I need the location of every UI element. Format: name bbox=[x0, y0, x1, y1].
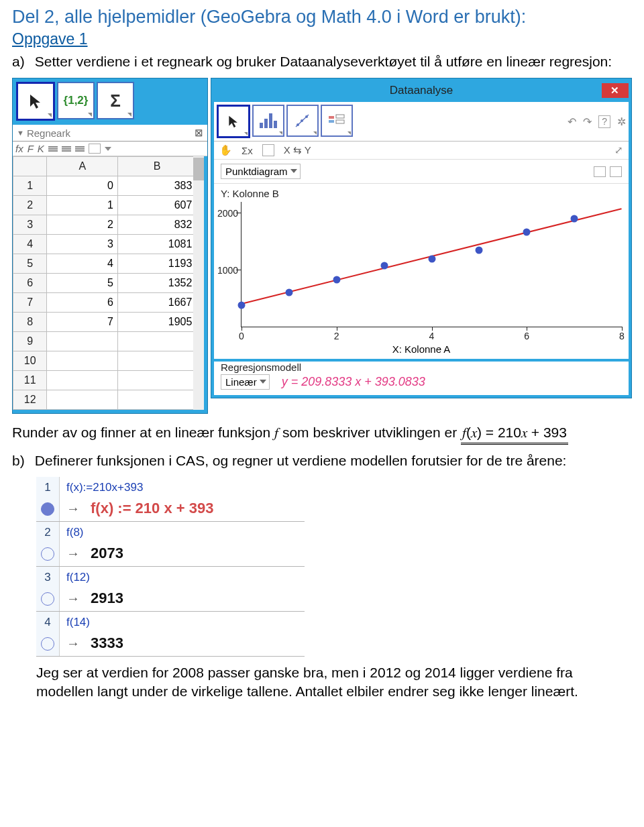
next-icon[interactable] bbox=[610, 166, 622, 177]
window-icons: ↶ ↷ ? ✲ bbox=[568, 115, 626, 128]
list-marker-b: b) bbox=[12, 451, 31, 470]
swap-xy-button[interactable]: X ⇆ Y bbox=[284, 144, 311, 156]
y-tick-label: 1000 bbox=[217, 265, 238, 276]
closing-text: Jeg ser at verdien for 2008 passer gansk… bbox=[12, 663, 632, 702]
cas-output: f(x) := 210 x + 393 bbox=[91, 500, 213, 517]
italic-button[interactable]: K bbox=[38, 143, 44, 154]
sigma-x-label: Σx bbox=[241, 145, 253, 156]
part-b-text: b) Definerer funksjonen i CAS, og regner… bbox=[12, 451, 632, 470]
table-row[interactable]: 541193 bbox=[13, 254, 197, 274]
regression-title: Regresjonsmodell bbox=[221, 362, 622, 373]
spreadsheet-title: Regneark bbox=[27, 127, 70, 139]
chart-type-dropdown[interactable]: Punktdiagram bbox=[221, 164, 301, 179]
data-analysis-panel: Dataanalyse ✕ bbox=[211, 78, 632, 398]
cas-row-number: 1 bbox=[36, 477, 60, 521]
x-tick-label: 0 bbox=[239, 331, 244, 341]
fx-label: fx bbox=[15, 143, 23, 154]
chart-area: Y: Kolonne B 2000100002468 X: Kolonne A bbox=[214, 184, 629, 359]
data-point bbox=[333, 276, 340, 284]
x-axis-label: X: Kolonne A bbox=[221, 343, 622, 355]
page-title: Del 2, alle hjelpemidler (GeoGebra og Ma… bbox=[12, 7, 632, 27]
oppgave-link[interactable]: Oppgave 1 bbox=[12, 30, 632, 48]
data-point bbox=[428, 256, 435, 263]
table-row[interactable]: 12 bbox=[13, 390, 197, 410]
regression-model-dropdown[interactable]: Lineær bbox=[221, 374, 270, 390]
cas-input[interactable]: f(x):=210x+393 bbox=[66, 481, 298, 494]
redo-icon[interactable]: ↷ bbox=[583, 115, 592, 128]
table-row[interactable]: 21607 bbox=[13, 196, 197, 215]
cas-row: 4 f(14) → 3333 bbox=[36, 612, 305, 657]
table-row[interactable]: 9 bbox=[13, 332, 197, 351]
help-icon[interactable]: ? bbox=[598, 115, 610, 128]
table-row[interactable]: 10 bbox=[13, 351, 197, 371]
dropdown-icon[interactable]: ▼ bbox=[17, 129, 24, 137]
mid-text-pre: Runder av og finner at en lineær funksjo… bbox=[12, 425, 461, 440]
table-row[interactable]: 32832 bbox=[13, 215, 197, 235]
table-row[interactable]: 11 bbox=[13, 371, 197, 390]
part-a-text: a) Setter verdiene i et regneark og bruk… bbox=[12, 52, 632, 71]
cas-row: 2 f(8) → 2073 bbox=[36, 522, 305, 567]
linear-equation: 𝑓(𝑥) = 210𝑥 + 393 bbox=[461, 423, 568, 444]
hand-icon[interactable]: ✋ bbox=[219, 144, 232, 156]
bar-chart-tool[interactable] bbox=[252, 105, 284, 137]
data-point bbox=[476, 247, 483, 254]
arrow-icon: → bbox=[66, 591, 80, 606]
regression-equation: y = 209.8333 x + 393.0833 bbox=[282, 375, 425, 389]
cas-visibility-dot[interactable] bbox=[41, 502, 54, 516]
toolbar: {1,2} Σ bbox=[16, 82, 204, 121]
expand-icon[interactable]: ⤢ bbox=[614, 144, 623, 156]
col-a-header[interactable]: A bbox=[47, 157, 118, 176]
table-row[interactable]: 651352 bbox=[13, 274, 197, 293]
align-center-icon[interactable] bbox=[62, 146, 71, 152]
x-tick-label: 4 bbox=[429, 331, 435, 341]
align-right-icon[interactable] bbox=[75, 146, 85, 152]
align-left-icon[interactable] bbox=[48, 146, 58, 152]
grid-icon[interactable] bbox=[262, 144, 274, 156]
scatter-chart: 2000100002468 bbox=[241, 202, 622, 327]
cas-visibility-dot[interactable] bbox=[41, 637, 54, 651]
data-point bbox=[238, 301, 246, 309]
close-button[interactable]: ✕ bbox=[602, 83, 629, 98]
cas-input[interactable]: f(8) bbox=[66, 526, 298, 539]
col-b-header[interactable]: B bbox=[118, 157, 197, 176]
svg-line-3 bbox=[296, 115, 309, 127]
table-row[interactable]: 761667 bbox=[13, 293, 197, 313]
more-dd-icon[interactable] bbox=[105, 147, 111, 151]
cas-output: 3333 bbox=[91, 635, 123, 652]
settings-icon[interactable]: ✲ bbox=[617, 115, 626, 128]
cas-input[interactable]: f(14) bbox=[66, 616, 298, 629]
cas-input[interactable]: f(12) bbox=[66, 571, 298, 584]
arrow-icon: → bbox=[66, 546, 80, 561]
scrollbar[interactable] bbox=[193, 156, 204, 410]
cas-visibility-dot[interactable] bbox=[41, 547, 54, 561]
spreadsheet-table[interactable]: AB 1038321607328324310815411936513527616… bbox=[13, 156, 197, 410]
data-point bbox=[380, 262, 388, 269]
scatter-tool[interactable] bbox=[286, 105, 319, 137]
sigma-icon: Σ bbox=[110, 91, 121, 111]
cursor-tool[interactable] bbox=[217, 105, 250, 138]
cas-output: 2913 bbox=[91, 590, 123, 607]
cas-visibility-dot[interactable] bbox=[41, 592, 54, 606]
close-icon[interactable]: ⊠ bbox=[195, 127, 203, 139]
arrow-icon: → bbox=[66, 636, 80, 651]
cas-output: 2073 bbox=[91, 545, 123, 562]
x-tick-label: 2 bbox=[334, 331, 339, 341]
move-tool-button[interactable] bbox=[16, 82, 55, 121]
bold-button[interactable]: F bbox=[28, 143, 34, 154]
list-tool-button[interactable]: {1,2} bbox=[57, 82, 95, 119]
data-point bbox=[523, 229, 531, 236]
x-tick-label: 8 bbox=[619, 331, 625, 341]
pager-icons bbox=[594, 166, 622, 177]
table-row[interactable]: 431081 bbox=[13, 235, 197, 254]
geogebra-spreadsheet-panel: {1,2} Σ ▼ Regneark ⊠ fx F K bbox=[12, 78, 208, 414]
multivar-tool[interactable] bbox=[321, 105, 353, 137]
svg-rect-6 bbox=[336, 115, 344, 118]
svg-rect-4 bbox=[329, 116, 334, 119]
table-row[interactable]: 871905 bbox=[13, 313, 197, 332]
fill-color-button[interactable] bbox=[89, 144, 101, 154]
undo-icon[interactable]: ↶ bbox=[568, 115, 576, 128]
sum-tool-button[interactable]: Σ bbox=[97, 82, 134, 119]
prev-icon[interactable] bbox=[594, 166, 606, 177]
part-a-body: Setter verdiene i et regneark og bruker … bbox=[35, 54, 612, 69]
table-row[interactable]: 10383 bbox=[13, 176, 197, 196]
